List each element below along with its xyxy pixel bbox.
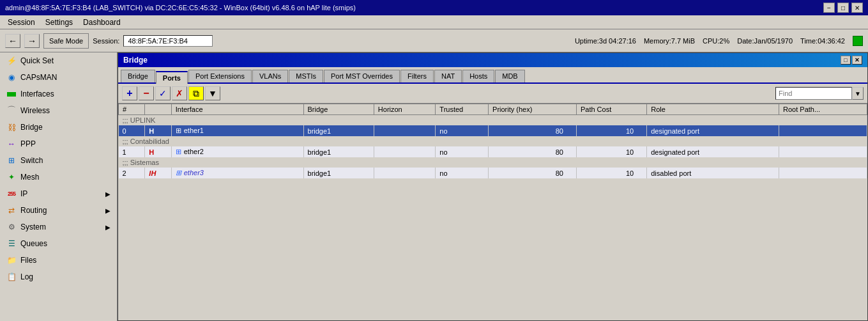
ip-icon: 255 [6,189,17,199]
capsman-icon: ◉ [6,72,17,82]
sidebar-item-switch[interactable]: ⊞ Switch [0,152,117,169]
flag-letter: IH [149,169,156,177]
sidebar-label-wireless: Wireless [20,106,50,115]
copy-button[interactable]: ⧉ [188,86,204,100]
table-row[interactable]: 1 H ⊞ether2 bridge1 no 80 10 designated … [119,146,867,157]
ip-expand-arrow: ▶ [105,191,110,198]
remove-button[interactable]: − [139,86,154,100]
sidebar-item-files[interactable]: 📁 Files [0,252,117,269]
time-label: Time:04:36:42 [800,37,845,45]
sidebar-item-capsman[interactable]: ◉ CAPsMAN [0,69,117,86]
check-button[interactable]: ✓ [155,86,171,100]
col-interface: Interface [171,104,303,115]
menu-settings[interactable]: Settings [40,17,78,28]
add-button[interactable]: + [122,86,137,100]
sidebar-item-log[interactable]: 📋 Log [0,269,117,285]
cell-flag: H [145,146,171,157]
col-priority: Priority (hex) [489,104,577,115]
cell-root-path [779,125,867,136]
sidebar-item-ppp[interactable]: ↔ PPP [0,136,117,152]
cell-trusted: no [436,125,489,136]
table-row[interactable]: 0 H ⊞ether1 bridge1 no 80 10 designated … [119,125,867,136]
table-wrapper: # Interface Bridge Horizon Trusted Prior… [118,104,867,320]
sidebar-label-system: System [20,223,46,231]
toolbar: ← → Safe Mode Session: 48:8F:5A:7E:F3:B4… [0,29,868,52]
bridge-restore-button[interactable]: □ [841,56,851,65]
sidebar-item-interfaces[interactable]: Interfaces [0,86,117,102]
back-button[interactable]: ← [5,34,20,48]
sidebar-item-routing[interactable]: ⇄ Routing ▶ [0,202,117,219]
menu-dashboard[interactable]: Dashboard [78,17,126,28]
tab-mstis[interactable]: MSTIs [289,70,323,82]
sidebar-item-wireless[interactable]: ⌒ Wireless [0,102,117,119]
col-horizon: Horizon [374,104,436,115]
find-input[interactable] [775,87,852,100]
forward-button[interactable]: → [24,34,40,48]
switch-icon: ⊞ [6,155,17,166]
sidebar-item-mesh[interactable]: ✦ Mesh [0,169,117,185]
minimize-button[interactable]: − [823,3,835,13]
cell-horizon [374,125,436,136]
col-root-path: Root Path... [779,104,867,115]
table-group-row: ;;; Contabilidad [119,136,867,146]
cell-num: 2 [119,168,145,178]
sidebar-item-quick-set[interactable]: ⚡ Quick Set [0,52,117,69]
ports-table: # Interface Bridge Horizon Trusted Prior… [118,104,867,178]
cell-bridge: bridge1 [303,146,374,157]
bridge-window-title-bar: Bridge □ ✕ [118,53,867,67]
tab-port-extensions[interactable]: Port Extensions [188,70,252,82]
status-bar: Uptime:3d 04:27:16 Memory:7.7 MiB CPU:2%… [575,36,863,46]
quick-set-icon: ⚡ [6,56,17,66]
sidebar-label-files: Files [20,256,36,265]
sidebar-item-queues[interactable]: ☰ Queues [0,235,117,252]
close-button[interactable]: ✕ [851,3,863,13]
system-icon: ⚙ [6,222,17,232]
tab-bridge[interactable]: Bridge [121,70,155,82]
cell-priority: 80 [489,168,577,178]
bridge-close-button[interactable]: ✕ [852,56,862,65]
tab-filters[interactable]: Filters [400,70,434,82]
tab-vlans[interactable]: VLANs [252,70,288,82]
sidebar-label-routing: Routing [20,206,47,215]
tab-mdb[interactable]: MDB [495,70,524,82]
cross-button[interactable]: ✗ [172,86,187,100]
cell-num: 1 [119,146,145,157]
title-bar: admin@48:8F:5A:7E:F3:B4 (LAB_SWITCH) via… [0,0,868,15]
col-path-cost: Path Cost [576,104,646,115]
sidebar-item-bridge[interactable]: ⛓ Bridge [0,119,117,136]
menu-session[interactable]: Session [3,17,40,28]
files-icon: 📁 [6,255,17,265]
sidebar-label-bridge: Bridge [20,123,43,132]
sidebar-label-quick-set: Quick Set [20,56,54,65]
sidebar-label-log: Log [20,272,33,281]
connection-indicator [853,36,863,46]
find-box: ▼ [775,87,864,100]
cell-root-path [779,146,867,157]
cell-interface: ⊞ether1 [171,125,303,136]
tab-port-mst-overrides[interactable]: Port MST Overrides [324,70,400,82]
bridge-window: Bridge □ ✕ Bridge Ports Port Extensions … [118,52,868,321]
tab-hosts[interactable]: Hosts [462,70,494,82]
tab-ports[interactable]: Ports [156,71,188,84]
table-row[interactable]: 2 IH ⊞ether3 bridge1 no 80 10 disabled p… [119,168,867,178]
maximize-button[interactable]: □ [837,3,849,13]
main-layout: ⚡ Quick Set ◉ CAPsMAN Interfaces ⌒ Wirel… [0,52,868,321]
flag-letter: H [149,148,154,156]
sidebar-label-interfaces: Interfaces [20,90,54,98]
safe-mode-button[interactable]: Safe Mode [43,33,89,49]
flag-letter: H [149,127,154,135]
find-dropdown-button[interactable]: ▼ [852,87,864,100]
sidebar-item-system[interactable]: ⚙ System ▶ [0,219,117,235]
menu-bar: Session Settings Dashboard [0,15,868,29]
sidebar-item-ip[interactable]: 255 IP ▶ [0,185,117,202]
log-icon: 📋 [6,272,17,282]
cell-bridge: bridge1 [303,125,374,136]
mesh-icon: ✦ [6,172,17,182]
interfaces-icon [6,89,17,99]
cell-priority: 80 [489,125,577,136]
col-trusted: Trusted [436,104,489,115]
col-num: # [119,104,145,115]
system-expand-arrow: ▶ [105,224,110,231]
tab-nat[interactable]: NAT [434,70,462,82]
filter-button[interactable]: ▼ [205,86,220,100]
